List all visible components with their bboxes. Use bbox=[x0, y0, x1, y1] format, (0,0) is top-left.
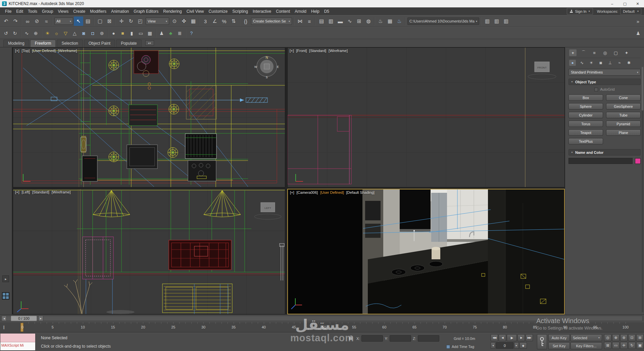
rectangular-selection-region-button[interactable]: ▢ bbox=[95, 16, 105, 26]
select-and-manipulate-button[interactable]: ✜ bbox=[179, 16, 189, 26]
x-coordinate-field[interactable] bbox=[361, 335, 383, 342]
time-spin-down-button[interactable]: ◂ bbox=[491, 342, 495, 349]
object-type-pyramid-button[interactable]: Pyramid bbox=[606, 121, 641, 127]
viewport-layout-expand-icon[interactable]: ▸ bbox=[2, 275, 9, 282]
object-type-tube-button[interactable]: Tube bbox=[606, 112, 641, 118]
menu-graph-editors[interactable]: Graph Editors bbox=[131, 8, 161, 15]
viewport-layout-preset-icon[interactable] bbox=[2, 292, 9, 300]
ceiling-light[interactable] bbox=[109, 60, 119, 70]
menu-animation[interactable]: Animation bbox=[109, 8, 131, 15]
menu-arnold[interactable]: Arnold bbox=[292, 8, 309, 15]
cameras-category[interactable]: ◙ bbox=[597, 60, 604, 66]
ribbon-tab-object-paint[interactable]: Object Paint bbox=[84, 40, 115, 47]
select-and-move-button[interactable]: ✛ bbox=[117, 16, 126, 26]
toggle-layer-explorer-button[interactable]: ▥ bbox=[326, 16, 336, 26]
use-pivot-point-center-button[interactable]: ⊙ bbox=[170, 16, 179, 26]
key-mode-toggle-button[interactable]: ◆ bbox=[519, 342, 527, 349]
primitives-category-dropdown[interactable]: Standard Primitives ▾ bbox=[568, 69, 641, 76]
zoom-extents-icon[interactable]: ⊡ bbox=[628, 334, 636, 341]
viewport-left-label-part-3[interactable]: [Wireframe] bbox=[52, 190, 71, 194]
time-slider-track[interactable] bbox=[1, 316, 643, 321]
viewport-top-label-part-1[interactable]: [Top] bbox=[22, 49, 30, 53]
named-selection-sets-dropdown[interactable]: Create Selection Se▾ bbox=[251, 17, 292, 25]
previous-frame-button[interactable]: ◀ bbox=[499, 334, 506, 341]
space-warps-category[interactable]: ≈ bbox=[616, 60, 623, 66]
select-by-name-button[interactable]: ▤ bbox=[83, 16, 93, 26]
project-folder-field[interactable]: C:\Users\Ahmed 10\Documents\3ds Max 2020… bbox=[407, 17, 479, 25]
workspace-dropdown[interactable]: Default ▾ bbox=[620, 8, 641, 14]
object-type-box-button[interactable]: Box bbox=[568, 94, 603, 101]
spinner-snap-toggle-button[interactable]: ⇅ bbox=[229, 16, 238, 26]
edit-named-selection-sets-button[interactable]: {} bbox=[241, 16, 250, 26]
go-to-end-button[interactable]: ▶▶ bbox=[526, 334, 533, 341]
viewport-top[interactable]: [+][Top][User Defined][Wireframe] bbox=[13, 47, 285, 187]
z-coordinate-field[interactable] bbox=[418, 335, 439, 342]
key-filters-button[interactable]: Key Filters... bbox=[571, 342, 602, 349]
viewport-top-label-part-2[interactable]: [User Defined] bbox=[32, 49, 55, 53]
object-type-rollout-header[interactable]: ▼ Object Type bbox=[568, 79, 641, 85]
play-animation-button[interactable]: ▶ bbox=[507, 334, 517, 341]
viewport-camera-label-part-0[interactable]: [+] bbox=[290, 190, 294, 194]
menu-file[interactable]: File bbox=[3, 8, 14, 15]
curve-editor-button[interactable]: ∿ bbox=[345, 16, 354, 26]
ceiling-light[interactable] bbox=[109, 106, 119, 116]
render-production-button[interactable]: ♨ bbox=[395, 16, 404, 26]
motion-tab[interactable]: ◎ bbox=[601, 49, 609, 56]
go-to-start-button[interactable]: ◀◀ bbox=[491, 334, 498, 341]
plane-create-icon[interactable]: ▭ bbox=[136, 29, 145, 38]
transform-lock-icon[interactable] bbox=[349, 337, 352, 340]
camera-create-icon[interactable]: ◙ bbox=[79, 29, 88, 38]
viewport-camera[interactable]: [+][Camera006][User Defined][Default Sha… bbox=[287, 189, 565, 314]
autogrid-checkbox[interactable] bbox=[594, 88, 598, 91]
scene-undo-icon[interactable]: ↺ bbox=[1, 29, 10, 38]
sun-positioner-icon[interactable]: ☼ bbox=[52, 29, 61, 38]
ribbon-tab-freeform[interactable]: Freeform bbox=[30, 40, 56, 47]
foliage-create-icon[interactable]: ♣ bbox=[166, 29, 175, 38]
maxscript-listener-field[interactable]: MAXScript Mi bbox=[0, 342, 35, 350]
menu-interactive[interactable]: Interactive bbox=[250, 8, 274, 15]
create-tab[interactable]: + bbox=[569, 49, 577, 56]
zoom-all-icon[interactable]: ⊛ bbox=[620, 334, 628, 341]
menu-d5[interactable]: D5 bbox=[322, 8, 332, 15]
undo-button[interactable]: ↶ bbox=[1, 16, 11, 26]
ribbon-tab-modeling[interactable]: Modeling bbox=[3, 40, 29, 47]
toolbar-overflow-button[interactable]: » bbox=[633, 16, 643, 26]
menu-rendering[interactable]: Rendering bbox=[161, 8, 184, 15]
target-camera-icon[interactable]: ⊚ bbox=[97, 29, 106, 38]
menu-edit[interactable]: Edit bbox=[14, 8, 26, 15]
object-type-cylinder-button[interactable]: Cylinder bbox=[568, 112, 603, 118]
shapes-category[interactable]: ∿ bbox=[579, 60, 585, 66]
systems-category[interactable]: ✱ bbox=[626, 60, 632, 66]
zoom-region-icon[interactable]: ▭ bbox=[612, 342, 620, 349]
viewport-front[interactable]: [+][Front][Standard][Wireframe] bbox=[287, 47, 565, 187]
viewport-top-canvas[interactable]: N E S W bbox=[13, 48, 285, 187]
viewport-camera-label-part-1[interactable]: [Camera006] bbox=[297, 190, 318, 194]
maxscript-macro-recorder-field[interactable] bbox=[0, 334, 35, 342]
menu-modifiers[interactable]: Modifiers bbox=[88, 8, 109, 15]
percent-snap-toggle-button[interactable]: % bbox=[219, 16, 229, 26]
ribbon-tab-selection[interactable]: Selection bbox=[57, 40, 83, 47]
panel-scrollbar-thumb[interactable] bbox=[642, 67, 643, 111]
viewport-top-label-part-0[interactable]: [+] bbox=[15, 49, 19, 53]
viewport-left[interactable]: [+][Left][Standard][Wireframe] bbox=[13, 189, 285, 314]
previous-frame-slider-button[interactable]: ◂ bbox=[2, 316, 7, 321]
select-object-button[interactable]: ↖ bbox=[74, 16, 83, 26]
object-type-teapot-button[interactable]: Teapot bbox=[568, 129, 603, 136]
menu-help[interactable]: Help bbox=[309, 8, 322, 15]
spline-tools-icon[interactable]: ∿ bbox=[22, 29, 31, 38]
unlink-selection-button[interactable]: ⊘ bbox=[32, 16, 42, 26]
rail-clone-icon[interactable]: ≣ bbox=[175, 29, 184, 38]
viewport-left-label-part-0[interactable]: [+] bbox=[15, 190, 19, 194]
mirror-button[interactable]: ⋈ bbox=[295, 16, 305, 26]
time-spin-up-button[interactable]: ▸ bbox=[514, 342, 519, 349]
minimize-button[interactable]: – bbox=[606, 0, 618, 7]
asset-tracking-button[interactable]: ▥ bbox=[483, 16, 492, 26]
object-type-geosphere-button[interactable]: GeoSphere bbox=[606, 103, 641, 109]
bind-to-space-warp-button[interactable]: ≈ bbox=[42, 16, 51, 26]
schematic-view-button[interactable]: ⊞ bbox=[354, 16, 364, 26]
pan-view-icon[interactable]: ✛ bbox=[620, 342, 628, 349]
lights-category[interactable]: ☀ bbox=[588, 60, 595, 66]
light-create-icon[interactable]: ☀ bbox=[43, 29, 52, 38]
menu-group[interactable]: Group bbox=[40, 8, 55, 15]
viewport-front-label-part-3[interactable]: [Wireframe] bbox=[329, 49, 348, 53]
